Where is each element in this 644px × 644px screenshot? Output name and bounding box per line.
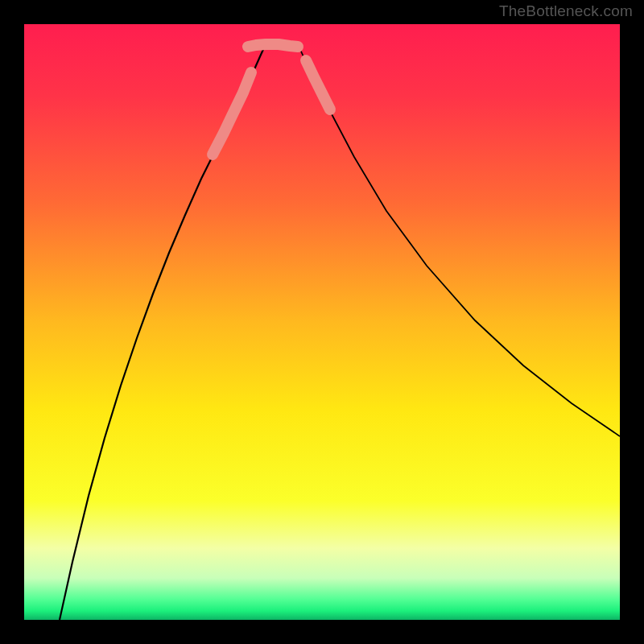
- gradient-background: [24, 24, 620, 620]
- bottleneck-curve-chart: [24, 24, 620, 620]
- watermark-text: TheBottleneck.com: [499, 2, 633, 20]
- series-valley-floor: [248, 44, 298, 47]
- chart-frame: [24, 24, 620, 620]
